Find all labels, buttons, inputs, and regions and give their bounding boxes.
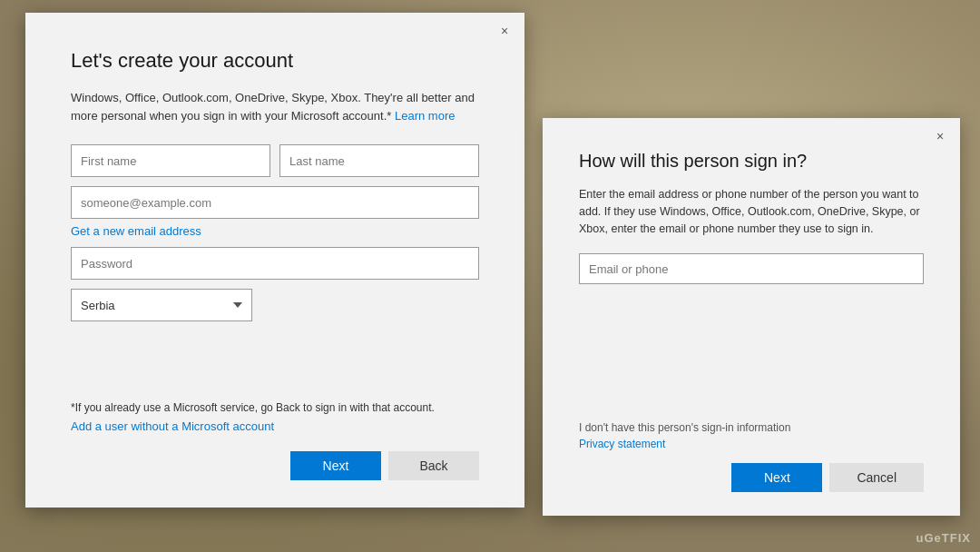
create-account-dialog: × Let's create your account Windows, Off… bbox=[25, 13, 524, 508]
dialog2-cancel-button[interactable]: Cancel bbox=[829, 463, 924, 492]
no-microsoft-account-link[interactable]: Add a user without a Microsoft account bbox=[71, 419, 479, 433]
dialog2-title: How will this person sign in? bbox=[579, 151, 924, 172]
password-wrap bbox=[71, 247, 479, 280]
dialog2-next-button[interactable]: Next bbox=[731, 463, 822, 492]
dialog2-description: Enter the email address or phone number … bbox=[579, 186, 924, 237]
dialog1-back-button[interactable]: Back bbox=[388, 451, 479, 480]
footer-note: *If you already use a Microsoft service,… bbox=[71, 401, 479, 414]
dialog2-spacer bbox=[579, 299, 924, 421]
country-select[interactable]: Serbia bbox=[71, 289, 252, 321]
dialog1-description: Windows, Office, Outlook.com, OneDrive, … bbox=[71, 89, 479, 124]
dialog1-next-button[interactable]: Next bbox=[290, 451, 381, 480]
dialog1-title: Let's create your account bbox=[71, 49, 479, 73]
close-icon: × bbox=[936, 129, 944, 143]
sign-in-dialog: × How will this person sign in? Enter th… bbox=[543, 118, 960, 516]
dialog1-actions: Next Back bbox=[71, 451, 479, 480]
learn-more-link[interactable]: Learn more bbox=[395, 109, 455, 123]
email-phone-input[interactable] bbox=[579, 253, 924, 284]
name-row bbox=[71, 144, 479, 177]
first-name-input[interactable] bbox=[71, 144, 270, 177]
password-input[interactable] bbox=[71, 247, 479, 280]
last-name-input[interactable] bbox=[279, 144, 479, 177]
dialog2-content: How will this person sign in? Enter the … bbox=[543, 118, 960, 516]
get-new-email-link[interactable]: Get a new email address bbox=[71, 224, 479, 238]
email-field-wrap bbox=[71, 186, 479, 219]
country-wrap: Serbia bbox=[71, 289, 479, 321]
email-input[interactable] bbox=[71, 186, 479, 219]
dialog2-actions: Next Cancel bbox=[579, 463, 924, 492]
dialog2-close-button[interactable]: × bbox=[929, 125, 951, 147]
dialog1-content: Let's create your account Windows, Offic… bbox=[25, 13, 524, 508]
close-icon: × bbox=[501, 24, 508, 38]
no-info-text: I don't have this person's sign-in infor… bbox=[579, 421, 924, 434]
watermark: uGeTFIX bbox=[916, 531, 971, 545]
spacer bbox=[71, 340, 479, 401]
privacy-statement-link[interactable]: Privacy statement bbox=[579, 438, 924, 450]
dialog1-close-button[interactable]: × bbox=[494, 20, 515, 42]
